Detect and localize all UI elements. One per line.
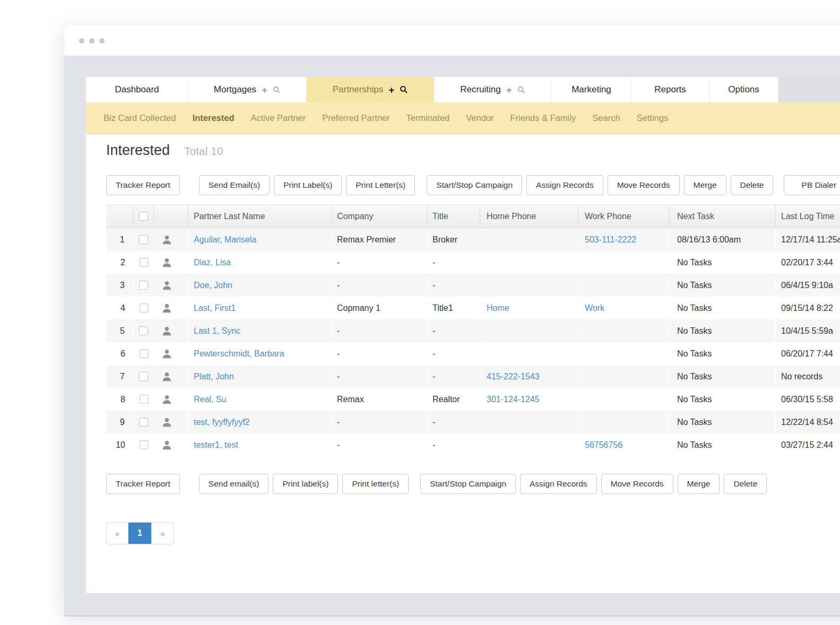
plus-icon[interactable]: + <box>506 85 512 95</box>
partner-name-link[interactable]: Doe, John <box>194 281 232 290</box>
partner-name-link[interactable]: Last, First1 <box>194 303 236 313</box>
title-cell: Broker <box>427 228 480 251</box>
plus-icon[interactable]: + <box>262 85 267 95</box>
window-control-dot[interactable] <box>99 38 105 44</box>
home-phone-link[interactable]: 415-222-1543 <box>487 372 540 381</box>
subnav-item-friends-family[interactable]: Friends & Family <box>510 113 576 123</box>
partner-name-link[interactable]: Real, Su <box>194 395 226 404</box>
last-log-cell: 09/15/14 8:22 <box>776 297 840 319</box>
tab-label: Recruiting <box>460 84 501 95</box>
row-checkbox[interactable] <box>140 258 149 267</box>
move-records-button[interactable]: Move Records <box>601 474 673 494</box>
subnav-item-active-partner[interactable]: Active Partner <box>251 113 306 123</box>
move-records-button[interactable]: Move Records <box>608 175 680 195</box>
home-phone-link[interactable]: 301-124-1245 <box>487 395 540 404</box>
tab-partnerships[interactable]: Partnerships + <box>307 77 434 102</box>
row-checkbox[interactable] <box>139 418 148 427</box>
partner-name-link[interactable]: tester1, test <box>194 440 238 450</box>
title-cell: - <box>427 411 480 433</box>
print-letters-button[interactable]: Print Letter(s) <box>346 175 415 195</box>
row-checkbox[interactable] <box>139 326 148 335</box>
partner-name-link[interactable]: Diaz, Lisa <box>194 258 231 267</box>
tab-reports[interactable]: Reports <box>631 77 709 102</box>
row-checkbox[interactable] <box>140 395 149 404</box>
partner-name-link[interactable]: Platt, John <box>194 372 234 381</box>
partner-name-link[interactable]: test, fyyffyfyyf2 <box>194 418 250 427</box>
column-header-home-phone[interactable]: Home Phone <box>480 205 578 228</box>
tab-marketing[interactable]: Marketing <box>552 77 631 102</box>
send-emails-button[interactable]: Send email(s) <box>199 474 269 494</box>
tracker-report-button[interactable]: Tracker Report <box>106 175 180 195</box>
subnav-item-search[interactable]: Search <box>592 113 620 123</box>
partner-name-link[interactable]: Pewterschmidt, Barbara <box>194 349 284 359</box>
main-tabbar: Dashboard Mortgages + Partnerships + Rec… <box>86 77 840 102</box>
tracker-report-button[interactable]: Tracker Report <box>106 474 180 494</box>
merge-button[interactable]: Merge <box>684 175 726 195</box>
table-row: 1 Aguilar, Marisela Remax Premier Broker… <box>106 228 840 251</box>
tab-mortgages[interactable]: Mortgages + <box>188 77 307 102</box>
plus-icon[interactable]: + <box>388 85 394 95</box>
tab-options[interactable]: Options <box>709 77 778 102</box>
work-phone-link[interactable]: Work <box>585 303 604 313</box>
work-phone-link[interactable]: 503-111-2222 <box>585 235 636 245</box>
subnav-item-settings[interactable]: Settings <box>637 113 669 123</box>
print-labels-button[interactable]: Print label(s) <box>273 474 338 494</box>
tab-label: Options <box>728 84 759 95</box>
work-phone-cell <box>578 411 670 433</box>
header-checkbox-cell <box>134 205 154 228</box>
company-cell: - <box>332 319 427 342</box>
partner-name-link[interactable]: Last 1, Sync <box>194 326 240 336</box>
subnav-item-terminated[interactable]: Terminated <box>406 113 450 123</box>
column-header-company[interactable]: Company <box>332 205 427 228</box>
column-header-title[interactable]: Title <box>427 205 480 228</box>
row-checkbox[interactable] <box>139 235 148 244</box>
window-control-dot[interactable] <box>89 38 94 44</box>
search-icon[interactable] <box>273 86 281 94</box>
send-emails-button[interactable]: Send Email(s) <box>199 175 270 195</box>
row-checkbox[interactable] <box>139 281 148 290</box>
pagination-page-1[interactable]: 1 <box>128 523 152 544</box>
assign-records-button[interactable]: Assign Records <box>520 474 597 494</box>
search-icon[interactable] <box>517 86 525 94</box>
pagination-next[interactable]: » <box>152 523 174 544</box>
home-phone-cell <box>480 319 578 342</box>
column-header-last-log-time[interactable]: Last Log Time <box>776 205 840 228</box>
avatar-icon <box>161 394 172 405</box>
home-phone-cell <box>480 411 578 433</box>
row-checkbox[interactable] <box>140 349 149 358</box>
work-phone-link[interactable]: 56756756 <box>585 440 622 450</box>
delete-button[interactable]: Delete <box>731 175 774 195</box>
row-checkbox[interactable] <box>140 440 149 449</box>
tab-dashboard[interactable]: Dashboard <box>86 77 188 102</box>
select-all-checkbox[interactable] <box>139 212 148 221</box>
print-letters-button[interactable]: Print letter(s) <box>342 474 409 494</box>
column-header-partner-last-name[interactable]: Partner Last Name <box>188 205 332 228</box>
pagination-prev[interactable]: « <box>107 523 128 544</box>
start-stop-campaign-button[interactable]: Start/Stop Campaign <box>420 474 516 494</box>
tab-recruiting[interactable]: Recruiting + <box>434 77 552 102</box>
subnav-item-biz-card-collected[interactable]: Biz Card Collected <box>103 113 176 123</box>
print-labels-button[interactable]: Print Label(s) <box>274 175 342 195</box>
merge-button[interactable]: Merge <box>678 474 720 494</box>
home-phone-link[interactable]: Home <box>487 303 509 313</box>
window-control-dot[interactable] <box>79 38 84 44</box>
pb-dialer-button[interactable]: PB Dialer <box>784 175 840 195</box>
row-checkbox[interactable] <box>140 303 149 312</box>
partners-table: Partner Last Name Company Title Home Pho… <box>106 204 840 456</box>
start-stop-campaign-button[interactable]: Start/Stop Campaign <box>427 175 522 195</box>
company-cell: - <box>332 342 427 365</box>
row-checkbox[interactable] <box>139 372 148 381</box>
header-avatar-cell <box>154 205 188 228</box>
row-number: 7 <box>106 365 134 388</box>
partner-name-link[interactable]: Aguilar, Marisela <box>194 235 256 245</box>
delete-button[interactable]: Delete <box>724 474 767 494</box>
subnav-item-preferred-partner[interactable]: Preferred Partner <box>322 113 389 123</box>
search-icon[interactable] <box>400 85 408 94</box>
column-header-next-task[interactable]: Next Task <box>670 205 776 228</box>
tab-label: Marketing <box>571 84 611 95</box>
column-header-work-phone[interactable]: Work Phone <box>578 205 670 228</box>
subnav-item-interested[interactable]: Interested <box>193 113 235 123</box>
table-row: 7 Platt, John - - 415-222-1543 No Tasks … <box>106 365 840 388</box>
assign-records-button[interactable]: Assign Records <box>526 175 603 195</box>
subnav-item-vendor[interactable]: Vendor <box>466 113 493 123</box>
